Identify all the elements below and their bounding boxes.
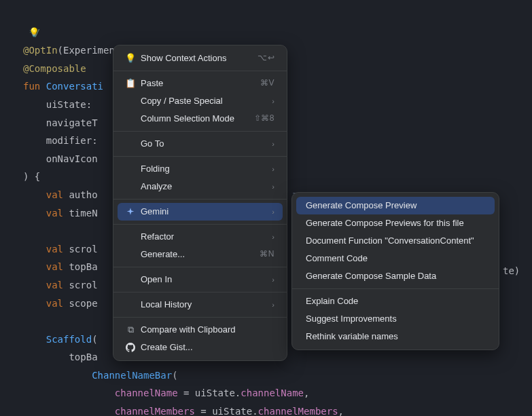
menu-item-create-gist[interactable]: Create Gist... [118,339,283,356]
submenu-item-suggest-improvements[interactable]: Suggest Improvements [296,310,495,328]
menu-shortcut: ⌥↩ [258,53,274,64]
code-token: , [304,387,309,398]
menu-label: Column Selection Mode [141,113,254,125]
code-token: channelName [23,387,178,398]
submenu-item-document-function[interactable]: Document Function "ConversationContent" [296,232,495,250]
context-menu: 💡 Show Context Actions ⌥↩ 📋 Paste ⌘V Cop… [113,45,287,361]
chevron-right-icon: › [272,139,274,149]
code-token: @OptIn [23,45,58,56]
code-token: Conversati [46,81,103,92]
menu-label: Explain Code [306,296,486,307]
code-token: navigateT [23,117,98,128]
code-token: val [23,280,69,290]
diff-icon: ⧉ [124,324,137,336]
code-token: modifier: [23,135,98,146]
menu-separator [113,131,287,132]
code-token: scope [69,298,97,309]
gemini-icon [124,207,137,216]
code-token: val [23,244,69,254]
code-token: channelName [241,387,304,398]
submenu-item-generate-previews-file[interactable]: Generate Compose Previews for this file [296,214,495,232]
menu-item-local-history[interactable]: Local History › [118,296,283,314]
menu-separator [113,71,287,71]
menu-separator [113,267,287,267]
menu-item-go-to[interactable]: Go To › [118,135,283,153]
submenu-item-rethink-names[interactable]: Rethink variable names [296,328,495,345]
menu-label: Open In [141,274,266,286]
menu-label: Document Function "ConversationContent" [306,235,486,247]
menu-label: Gemini [141,206,266,218]
code-token: channelMembers [258,406,338,416]
menu-label: Refactor [141,231,266,243]
code-token: , [338,406,344,416]
code-token: val [23,189,69,200]
code-token: val [23,261,69,272]
menu-item-gemini[interactable]: Gemini › [118,203,283,221]
menu-separator [113,224,287,225]
chevron-right-icon: › [272,96,274,106]
code-token: @Composable [23,63,86,74]
menu-item-analyze[interactable]: Analyze › [118,178,283,195]
chevron-right-icon: › [272,207,274,216]
menu-label: Paste [141,78,260,90]
code-token: timeN [69,208,97,219]
menu-label: Comment Code [306,253,486,265]
code-token: Scaffold [23,334,92,345]
code-token: val [23,298,69,309]
code-token: topBa [69,261,97,272]
menu-label: Suggest Improvements [306,314,486,325]
menu-item-paste[interactable]: 📋 Paste ⌘V [118,75,283,92]
github-icon [124,343,137,352]
bulb-icon: 💡 [124,53,137,64]
menu-label: Rethink variable names [306,331,486,343]
code-token: scrol [69,280,97,290]
menu-label: Go To [141,138,266,150]
menu-label: Generate Compose Previews for this file [306,218,486,229]
menu-label: Create Gist... [141,342,274,354]
menu-separator [113,156,287,157]
submenu-item-generate-preview[interactable]: Generate Compose Preview [296,197,495,214]
menu-label: Generate Compose Sample Data [306,271,486,282]
code-token: = uiState. [195,406,258,416]
chevron-right-icon: › [272,300,274,309]
submenu-item-generate-sample-data[interactable]: Generate Compose Sample Data [296,267,495,285]
menu-label: Copy / Paste Special [141,96,266,107]
menu-label: Compare with Clipboard [141,324,274,336]
submenu-item-comment-code[interactable]: Comment Code [296,250,495,267]
menu-item-refactor[interactable]: Refactor › [118,228,283,246]
menu-label: Folding [141,164,266,175]
code-token: autho [69,189,97,200]
code-token: ChannelNameBar [23,370,172,381]
menu-item-open-in[interactable]: Open In › [118,271,283,288]
code-token: scrol [69,244,97,254]
menu-item-context-actions[interactable]: 💡 Show Context Actions ⌥↩ [118,50,283,67]
code-token: = uiState. [178,387,241,398]
menu-label: Show Context Actions [141,53,258,64]
chevron-right-icon: › [272,232,274,242]
menu-label: Local History [141,299,266,311]
menu-separator [292,288,499,289]
gemini-submenu: Generate Compose Preview Generate Compos… [291,192,499,350]
menu-item-generate[interactable]: Generate... ⌘N [118,246,283,263]
code-token: ) { [23,171,40,182]
intention-bulb-icon[interactable]: 💡 [29,24,39,41]
clipboard-icon: 📋 [124,78,137,90]
menu-item-folding[interactable]: Folding › [118,160,283,178]
code-token: onNavIcon [23,153,98,164]
chevron-right-icon: › [272,164,274,174]
menu-shortcut: ⇧⌘8 [254,113,274,124]
menu-item-column-selection[interactable]: Column Selection Mode ⇧⌘8 [118,110,283,128]
submenu-item-explain-code[interactable]: Explain Code [296,292,495,310]
menu-item-copy-paste-special[interactable]: Copy / Paste Special › [118,92,283,110]
code-token: ( [92,334,97,345]
code-token: ( [172,370,177,381]
menu-shortcut: ⌘N [260,249,274,260]
menu-label: Analyze [141,181,266,193]
menu-separator [113,292,287,292]
menu-label: Generate... [141,249,260,261]
code-token: fun [23,81,46,92]
menu-item-compare-clipboard[interactable]: ⧉ Compare with Clipboard [118,321,283,339]
code-token: topBa [23,352,98,362]
menu-label: Generate Compose Preview [306,200,486,212]
code-token: channelMembers [23,406,195,416]
